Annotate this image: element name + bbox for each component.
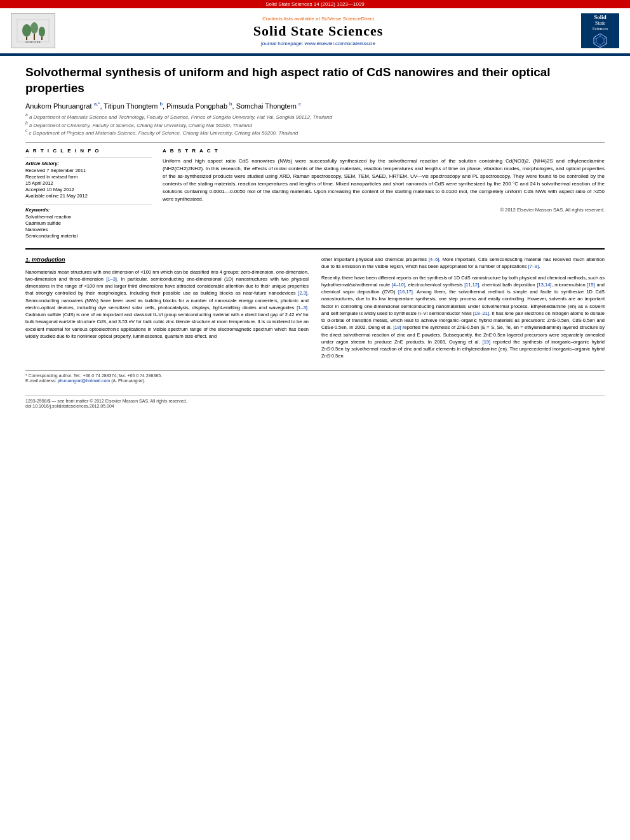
ref-16-17: [16,17] (398, 289, 413, 295)
available-date: Available online 21 May 2012 (25, 193, 152, 199)
ref-1-3b: [1–3] (297, 305, 307, 310)
footnote-star: * Corresponding author. Tel.: +66 0 74 2… (25, 373, 605, 378)
intro-para-3: Recently, there have been different repo… (321, 274, 605, 360)
intro-title: Introduction (32, 257, 65, 263)
crystal-structure-icon (591, 32, 610, 48)
authors-line: Anukorn Phuruangrat a,*, Titipun Thongte… (25, 101, 605, 110)
abstract-text: Uniform and high aspect ratio CdS nanowi… (163, 157, 605, 203)
revised-date: 15 April 2012 (25, 180, 152, 186)
ref-11-12: [11,12] (464, 282, 479, 288)
ref-1-3a: [1–3] (106, 276, 117, 282)
svg-text:ELSEVIER: ELSEVIER (25, 41, 41, 44)
info-abstract-section: A R T I C L E I N F O Article history: R… (25, 142, 605, 239)
sciverse-line: Contents lists available at SciVerse Sci… (58, 16, 578, 22)
received-revised-label: Received in revised form (25, 174, 152, 180)
journal-logo-right: Solid State Sciences (578, 13, 622, 48)
ref-19: [19] (483, 339, 491, 345)
keyword-4: Semiconducting material (25, 233, 152, 239)
ref-2-3a: [2,3] (298, 290, 307, 296)
elsevier-tree-icon: ELSEVIER (14, 17, 52, 45)
elsevier-logo-box: ELSEVIER (11, 13, 55, 48)
issn-line: 1293-2558/$ — see front matter © 2012 El… (25, 399, 605, 403)
accepted-date: Accepted 10 May 2012 (25, 187, 152, 192)
intro-para-2: other important physical and chemical pr… (321, 256, 605, 270)
body-two-col: 1. Introduction Nanomaterials mean struc… (25, 256, 605, 364)
body-col-right: other important physical and chemical pr… (321, 256, 605, 364)
author-phuruangrat: Anukorn Phuruangrat (25, 102, 92, 110)
author-pongphab-sup: b (229, 101, 232, 107)
svg-rect-6 (41, 37, 43, 40)
svg-point-3 (39, 27, 45, 37)
svg-point-1 (22, 24, 31, 37)
abstract-section: Uniform and high aspect ratio CdS nanowi… (163, 157, 605, 213)
footnote-email: E-mail address: phuruangrat@hotmail.com … (25, 378, 605, 383)
elsevier-logo: ELSEVIER (8, 13, 58, 48)
ref-7-9: [7–9] (528, 263, 539, 269)
svg-marker-9 (596, 36, 604, 45)
keywords-section: Keywords: Solvothermal reaction Cadmium … (25, 204, 152, 239)
ref-13-14: [13,14] (537, 282, 551, 288)
abstract-header: A B S T R A C T (163, 148, 605, 154)
history-label: Article history: (25, 161, 152, 166)
svg-rect-4 (26, 37, 27, 40)
journal-center: Contents lists available at SciVerse Sci… (58, 16, 578, 46)
brand-solid: Solid (594, 14, 607, 20)
top-bar: Solid State Sciences 14 (2012) 1023—1029 (0, 0, 630, 8)
footnote-area: * Corresponding author. Tel.: +66 0 74 2… (25, 370, 605, 383)
affiliation-a: a a Department of Materials Science and … (25, 112, 605, 120)
page-wrapper: Solid State Sciences 14 (2012) 1023—1029… (0, 0, 630, 415)
keyword-1: Solvothermal reaction (25, 214, 152, 220)
ref-4-6: [4–6] (429, 257, 439, 262)
ref-15: [15] (587, 282, 595, 288)
article-info-header: A R T I C L E I N F O (25, 148, 152, 154)
keyword-2: Cadmium sulfide (25, 220, 152, 226)
author-thongtem-t: Titipun Thongtem (104, 102, 158, 110)
affiliation-b: b b Department of Chemistry, Faculty of … (25, 121, 605, 128)
keyword-3: Nanowires (25, 227, 152, 232)
sciverse-prefix: Contents lists available at (262, 16, 321, 22)
body-col-left: 1. Introduction Nanomaterials mean struc… (25, 256, 309, 364)
author-thongtem-s: Somchai Thongtem (236, 102, 297, 110)
ref-18-21: [18–21] (473, 310, 489, 316)
homepage-link[interactable]: www.elsevier.com/locate/ssscie (304, 41, 375, 46)
received-date: Received 7 September 2011 (25, 168, 152, 173)
author-thongtem-t-sup: b (159, 101, 162, 107)
intro-heading: 1. Introduction (25, 256, 309, 265)
intro-para-1: Nanomaterials mean structures with one d… (25, 269, 309, 340)
footnote-email-link[interactable]: phuruangrat@hotmail.com (58, 378, 111, 383)
copyright-line: © 2012 Elsevier Masson SAS. All rights r… (163, 207, 605, 213)
svg-line-14 (594, 43, 596, 44)
journal-homepage: journal homepage: www.elsevier.com/locat… (58, 41, 578, 46)
intro-number: 1. (25, 257, 30, 263)
journal-brand-box: Solid State Sciences (581, 13, 619, 48)
author-phuruangrat-sup: a,* (94, 101, 100, 107)
svg-line-11 (604, 37, 607, 39)
brand-sciences: Sciences (593, 26, 608, 31)
svg-line-15 (594, 37, 596, 39)
author-pongphab: Pimsuda Pongphab (166, 102, 227, 110)
body-section: 1. Introduction Nanomaterials mean struc… (25, 248, 605, 408)
footer-issn-doi: 1293-2558/$ — see front matter © 2012 El… (25, 396, 605, 408)
doi-line: doi:10.1016/j.solidstatesciences.2012.05… (25, 404, 605, 408)
article-info-col: A R T I C L E I N F O Article history: R… (25, 148, 152, 239)
svg-rect-5 (34, 34, 35, 40)
main-content: Solvothermal synthesis of uniform and hi… (0, 56, 630, 415)
abstract-col: A B S T R A C T Uniform and high aspect … (163, 148, 605, 239)
svg-point-2 (30, 22, 38, 34)
article-history-block: Article history: Received 7 September 20… (25, 157, 152, 199)
keywords-label: Keywords: (25, 207, 152, 213)
sciverse-link[interactable]: SciVerse ScienceDirect (321, 16, 374, 22)
ref-4-10: [4–10] (392, 282, 405, 288)
homepage-prefix: journal homepage: (261, 41, 305, 46)
affiliation-c: c c Department of Physics and Materials … (25, 128, 605, 136)
journal-title: Solid State Sciences (58, 23, 578, 39)
brand-state: State (595, 20, 605, 26)
journal-header: ELSEVIER Contents lists available at Sci… (0, 8, 630, 55)
affiliations: a a Department of Materials Science and … (25, 112, 605, 136)
svg-line-12 (604, 43, 607, 44)
author-thongtem-s-sup: c (298, 101, 301, 107)
footnote-email-suffix: (A. Phuruangrat). (111, 378, 145, 383)
journal-citation: Solid State Sciences 14 (2012) 1023—1029 (265, 1, 365, 7)
paper-title: Solvothermal synthesis of uniform and hi… (25, 65, 605, 96)
ref-18: [18] (393, 324, 401, 330)
